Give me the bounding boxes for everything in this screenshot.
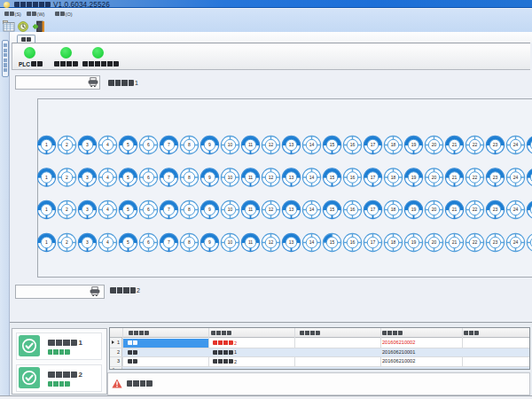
svg-text:7: 7 <box>168 239 170 245</box>
svg-text:5: 5 <box>127 239 129 245</box>
svg-text:18: 18 <box>391 142 396 147</box>
svg-text:15: 15 <box>330 142 335 147</box>
svg-text:4: 4 <box>106 239 109 245</box>
svg-text:24: 24 <box>513 239 519 245</box>
svg-text:16: 16 <box>350 175 356 180</box>
svg-text:13: 13 <box>289 142 294 147</box>
svg-text:22: 22 <box>473 142 478 147</box>
svg-text:14: 14 <box>309 239 315 245</box>
svg-text:17: 17 <box>371 142 376 147</box>
svg-text:5: 5 <box>127 175 129 180</box>
svg-text:4: 4 <box>106 207 109 212</box>
svg-text:10: 10 <box>228 239 233 245</box>
svg-text:2: 2 <box>66 207 68 212</box>
svg-text:2: 2 <box>66 239 68 245</box>
svg-text:12: 12 <box>269 239 274 245</box>
svg-text:23: 23 <box>493 175 498 180</box>
svg-text:16: 16 <box>350 142 356 147</box>
svg-text:1: 1 <box>45 207 48 212</box>
svg-text:16: 16 <box>350 207 356 212</box>
svg-text:20: 20 <box>432 175 437 180</box>
svg-text:8: 8 <box>188 175 191 180</box>
svg-text:1: 1 <box>45 239 48 245</box>
svg-text:20: 20 <box>432 207 437 212</box>
svg-text:9: 9 <box>208 142 211 147</box>
svg-text:19: 19 <box>411 207 417 212</box>
svg-text:7: 7 <box>168 175 170 180</box>
svg-text:11: 11 <box>248 175 253 180</box>
svg-text:11: 11 <box>248 142 253 147</box>
svg-text:22: 22 <box>473 175 478 180</box>
svg-text:16: 16 <box>350 239 356 245</box>
svg-text:14: 14 <box>309 175 315 180</box>
svg-text:8: 8 <box>188 239 191 245</box>
svg-text:11: 11 <box>248 239 253 245</box>
svg-text:12: 12 <box>269 142 274 147</box>
svg-text:6: 6 <box>147 142 150 147</box>
svg-text:23: 23 <box>493 239 498 245</box>
svg-text:2: 2 <box>66 175 68 180</box>
svg-text:21: 21 <box>452 142 458 147</box>
svg-text:23: 23 <box>493 142 498 147</box>
svg-text:6: 6 <box>147 239 150 245</box>
svg-text:11: 11 <box>248 207 253 212</box>
svg-text:13: 13 <box>289 239 294 245</box>
svg-text:10: 10 <box>228 207 233 212</box>
svg-text:9: 9 <box>208 207 211 212</box>
svg-text:19: 19 <box>411 175 417 180</box>
svg-text:1: 1 <box>45 142 48 147</box>
svg-text:10: 10 <box>228 175 233 180</box>
svg-text:15: 15 <box>330 175 335 180</box>
svg-text:20: 20 <box>432 142 437 147</box>
svg-text:20: 20 <box>432 239 437 245</box>
svg-text:17: 17 <box>371 175 376 180</box>
svg-text:24: 24 <box>513 142 519 147</box>
svg-text:4: 4 <box>106 142 109 147</box>
svg-text:5: 5 <box>127 142 129 147</box>
svg-text:2: 2 <box>66 142 68 147</box>
svg-text:7: 7 <box>168 142 170 147</box>
svg-text:19: 19 <box>411 239 417 245</box>
svg-text:8: 8 <box>188 207 191 212</box>
svg-text:22: 22 <box>473 207 478 212</box>
svg-text:3: 3 <box>86 239 89 245</box>
svg-text:1: 1 <box>45 175 48 180</box>
svg-text:23: 23 <box>493 207 498 212</box>
svg-text:6: 6 <box>147 207 150 212</box>
svg-text:15: 15 <box>330 239 335 245</box>
svg-text:22: 22 <box>473 239 478 245</box>
svg-text:7: 7 <box>168 207 170 212</box>
svg-text:3: 3 <box>86 142 89 147</box>
svg-text:14: 14 <box>309 207 315 212</box>
svg-text:19: 19 <box>411 142 417 147</box>
svg-text:12: 12 <box>269 207 274 212</box>
svg-text:13: 13 <box>289 207 294 212</box>
svg-text:24: 24 <box>513 175 519 180</box>
svg-text:8: 8 <box>188 142 191 147</box>
svg-text:18: 18 <box>391 175 396 180</box>
svg-text:21: 21 <box>452 175 458 180</box>
svg-text:12: 12 <box>269 175 274 180</box>
svg-text:24: 24 <box>513 207 519 212</box>
svg-text:9: 9 <box>208 239 211 245</box>
svg-text:3: 3 <box>86 175 89 180</box>
svg-text:17: 17 <box>371 207 376 212</box>
svg-text:3: 3 <box>86 207 89 212</box>
svg-text:4: 4 <box>106 175 109 180</box>
svg-text:15: 15 <box>330 207 335 212</box>
svg-text:21: 21 <box>452 207 458 212</box>
svg-text:21: 21 <box>452 239 458 245</box>
svg-text:17: 17 <box>371 239 376 245</box>
svg-text:10: 10 <box>228 142 233 147</box>
svg-text:18: 18 <box>391 239 396 245</box>
svg-text:14: 14 <box>309 142 315 147</box>
svg-text:18: 18 <box>391 207 396 212</box>
svg-text:5: 5 <box>127 207 129 212</box>
svg-text:6: 6 <box>147 175 150 180</box>
svg-text:13: 13 <box>289 175 294 180</box>
svg-text:9: 9 <box>208 175 211 180</box>
